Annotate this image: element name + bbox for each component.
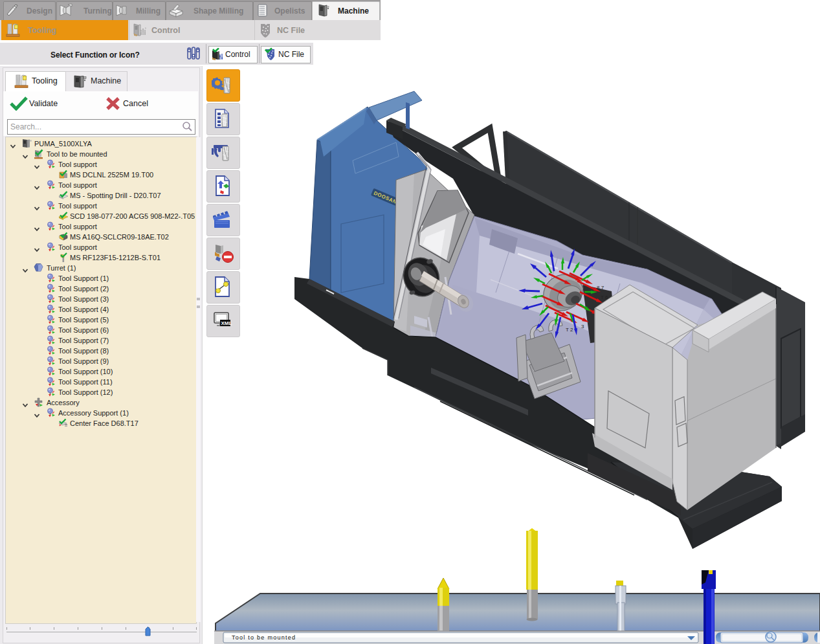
svg-text:3: 3 bbox=[581, 324, 584, 329]
svg-text:T 2: T 2 bbox=[566, 327, 573, 333]
svg-text:Tool to be mounted: Tool to be mounted bbox=[232, 634, 295, 641]
svg-text:8 7: 8 7 bbox=[597, 285, 604, 291]
